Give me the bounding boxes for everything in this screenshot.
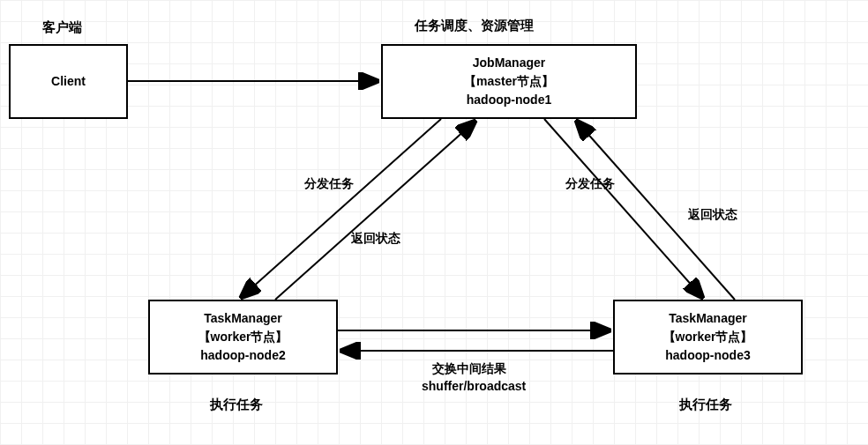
label-dispatch-left: 分发任务 — [304, 176, 354, 192]
node-jobmanager-line2: 【master节点】 — [464, 72, 554, 91]
node-client-line1: Client — [51, 72, 86, 91]
node-jobmanager: JobManager 【master节点】 hadoop-node1 — [381, 44, 637, 119]
caption-client: 客户端 — [42, 19, 82, 36]
caption-exec-right: 执行任务 — [679, 397, 732, 413]
node-task3-line1: TaskManager — [669, 309, 746, 328]
svg-line-2 — [275, 122, 474, 300]
caption-master: 任务调度、资源管理 — [415, 18, 534, 34]
node-jobmanager-line3: hadoop-node1 — [467, 91, 551, 109]
label-return-left: 返回状态 — [351, 231, 400, 247]
node-client: Client — [9, 44, 128, 119]
node-task2-line3: hadoop-node2 — [200, 346, 285, 365]
node-task2-line2: 【worker节点】 — [198, 328, 288, 346]
label-exchange-l1: 交换中间结果 — [432, 361, 506, 377]
node-jobmanager-line1: JobManager — [473, 54, 545, 72]
node-task3: TaskManager 【worker节点】 hadoop-node3 — [613, 300, 803, 375]
label-dispatch-right: 分发任务 — [565, 176, 615, 192]
node-task3-line2: 【worker节点】 — [663, 328, 753, 346]
svg-line-3 — [544, 119, 701, 296]
node-task3-line3: hadoop-node3 — [665, 346, 750, 365]
svg-line-1 — [243, 119, 441, 296]
label-return-right: 返回状态 — [688, 207, 737, 223]
node-task2: TaskManager 【worker节点】 hadoop-node2 — [148, 300, 338, 375]
node-task2-line1: TaskManager — [204, 309, 281, 328]
caption-exec-left: 执行任务 — [210, 397, 263, 413]
label-exchange-l2: shuffer/broadcast — [422, 379, 526, 393]
